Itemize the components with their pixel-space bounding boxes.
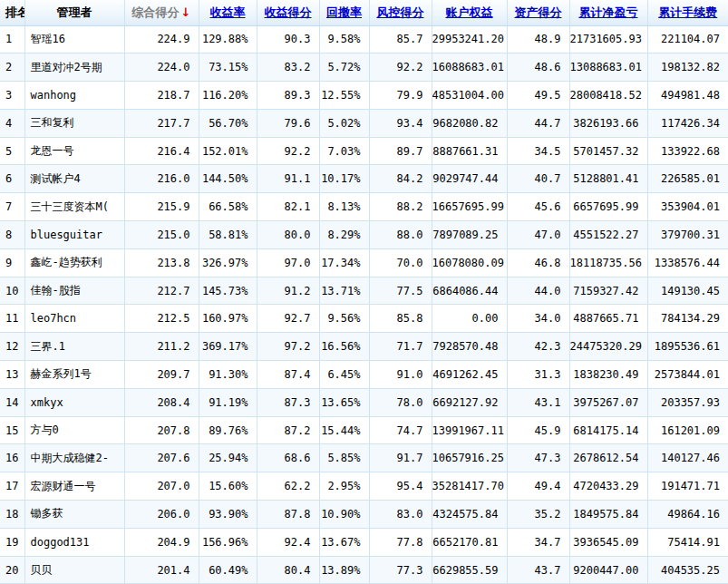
cell-drawdown_rate: 13.89% [319,556,369,584]
cell-return_score: 80.0 [257,221,319,249]
cell-asset_score: 43.7 [507,556,569,584]
cell-asset_score: 44.7 [507,109,569,137]
cell-rank: 17 [0,472,24,501]
cell-asset_score: 42.3 [507,333,569,361]
cell-manager: 中期大成稳健2- [24,444,124,472]
cell-asset_score: 49.5 [507,82,569,110]
cell-return_score: 68.6 [257,444,319,472]
cell-composite_score: 204.9 [124,528,199,556]
cell-return_rate: 93.90% [199,501,257,529]
cell-account_equity: 6652170.81 [432,528,507,556]
cell-composite_score: 209.7 [124,361,199,389]
column-header-composite_score[interactable]: 综合得分↓ [124,0,199,25]
cell-risk_score: 95.4 [369,472,432,501]
table-row: 19doggod131204.9156.96%92.413.67%77.8665… [0,528,728,556]
cell-account_equity: 6692127.92 [432,388,507,416]
cell-risk_score: 84.2 [369,165,432,193]
column-header-risk_score[interactable]: 风控得分 [369,0,432,25]
column-label-drawdown_rate[interactable]: 回撤率 [326,5,362,19]
column-header-return_score[interactable]: 收益得分 [257,0,319,25]
column-label-return_score[interactable]: 收益得分 [265,5,312,19]
cell-composite_score: 206.0 [124,501,199,529]
cell-return_score: 87.2 [257,416,319,444]
cell-drawdown_rate: 10.17% [319,165,369,193]
cell-rank: 13 [0,361,24,389]
cell-net_pnl: 1838230.49 [569,361,647,389]
cell-risk_score: 88.0 [369,221,432,249]
cell-rank: 2 [0,54,24,82]
cell-composite_score: 213.8 [124,248,199,277]
cell-return_score: 79.6 [257,109,319,137]
column-label-return_rate[interactable]: 收益率 [210,5,246,19]
cell-total_fee: 221104.07 [647,25,728,54]
cell-net_pnl: 4551522.27 [569,221,647,249]
cell-risk_score: 77.8 [369,528,432,556]
cell-rank: 7 [0,193,24,221]
cell-net_pnl: 3975267.07 [569,388,647,416]
column-header-return_rate[interactable]: 收益率 [199,0,257,25]
column-label-net_pnl[interactable]: 累计净盈亏 [579,5,638,19]
column-header-asset_score[interactable]: 资产得分 [507,0,569,25]
table-row: 15方与0207.889.76%87.215.44%74.713991967.1… [0,416,728,444]
cell-return_rate: 66.58% [199,193,257,221]
cell-drawdown_rate: 5.85% [319,444,369,472]
column-label-rank: 排名 [5,5,24,19]
cell-drawdown_rate: 5.72% [319,54,369,82]
column-header-net_pnl[interactable]: 累计净盈亏 [569,0,647,25]
cell-composite_score: 215.0 [124,221,199,249]
cell-account_equity: 6629855.59 [432,556,507,584]
cell-net_pnl: 13088683.01 [569,54,647,82]
column-header-account_equity[interactable]: 账户权益 [432,0,507,25]
cell-risk_score: 92.2 [369,54,432,82]
cell-asset_score: 45.9 [507,416,569,444]
cell-drawdown_rate: 13.71% [319,277,369,305]
cell-net_pnl: 6657695.99 [569,193,647,221]
cell-manager: xmkyx [24,388,124,416]
column-label-total_fee[interactable]: 累计手续费 [658,5,717,19]
cell-return_score: 90.3 [257,25,319,54]
cell-return_rate: 60.49% [199,556,257,584]
column-label-risk_score[interactable]: 风控得分 [377,5,424,19]
cell-net_pnl: 3936545.09 [569,528,647,556]
cell-return_rate: 91.30% [199,361,257,389]
cell-return_rate: 144.50% [199,165,257,193]
column-label-composite_score[interactable]: 综合得分 [132,5,180,19]
cell-account_equity: 8887661.31 [432,137,507,165]
cell-manager: 方与0 [24,416,124,444]
table-row: 9鑫屹-趋势获利213.8326.97%97.017.34%70.0160780… [0,248,728,277]
cell-net_pnl: 4720433.29 [569,472,647,501]
cell-rank: 1 [0,25,24,54]
cell-asset_score: 48.6 [507,54,569,82]
cell-net_pnl: 28008418.52 [569,82,647,110]
cell-total_fee: 404535.25 [647,556,728,584]
cell-return_rate: 369.17% [199,333,257,361]
cell-composite_score: 207.0 [124,472,199,501]
column-label-account_equity[interactable]: 账户权益 [446,5,493,19]
cell-drawdown_rate: 13.65% [319,388,369,416]
cell-total_fee: 161201.09 [647,416,728,444]
column-label-asset_score[interactable]: 资产得分 [515,5,562,19]
cell-manager: 佳翰-股指 [24,277,124,305]
cell-drawdown_rate: 9.56% [319,305,369,333]
cell-asset_score: 46.8 [507,248,569,277]
column-header-total_fee[interactable]: 累计手续费 [647,0,728,25]
cell-asset_score: 34.0 [507,305,569,333]
table-row: 11leo7hcn212.5160.97%92.79.56%85.80.0034… [0,305,728,333]
cell-drawdown_rate: 7.03% [319,137,369,165]
cell-return_score: 97.2 [257,333,319,361]
cell-return_rate: 25.94% [199,444,257,472]
cell-account_equity: 6864086.44 [432,277,507,305]
column-header-drawdown_rate[interactable]: 回撤率 [319,0,369,25]
cell-rank: 20 [0,556,24,584]
cell-return_score: 92.7 [257,305,319,333]
cell-drawdown_rate: 8.13% [319,193,369,221]
cell-return_rate: 116.20% [199,82,257,110]
cell-account_equity: 48531004.00 [432,82,507,110]
cell-return_rate: 156.96% [199,528,257,556]
cell-total_fee: 2573844.01 [647,361,728,389]
cell-composite_score: 207.8 [124,416,199,444]
table-row: 16中期大成稳健2-207.625.94%68.65.85%91.7106579… [0,444,728,472]
cell-drawdown_rate: 5.02% [319,109,369,137]
cell-return_score: 89.3 [257,82,319,110]
cell-total_fee: 198132.82 [647,54,728,82]
